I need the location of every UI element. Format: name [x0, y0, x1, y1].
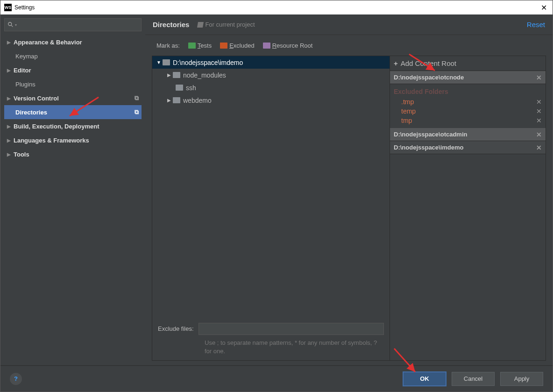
- sidebar-item-label: Languages & Frameworks: [14, 137, 89, 144]
- sidebar-item-tools[interactable]: ▶Tools: [4, 147, 142, 161]
- titlebar: WS Settings ✕: [0, 0, 553, 14]
- sidebar-item-plugins[interactable]: Plugins: [4, 77, 142, 91]
- sidebar-item-label: Directories: [15, 109, 47, 116]
- copy-icon: ⧉: [135, 108, 139, 116]
- exclude-files-input[interactable]: [199, 323, 384, 335]
- dir-row[interactable]: ▶webdemo: [152, 94, 390, 107]
- sidebar-item-languages[interactable]: ▶Languages & Frameworks: [4, 133, 142, 147]
- tag-icon: [197, 22, 204, 28]
- chevron-right-icon: ▶: [165, 72, 173, 78]
- settings-tree: ▶Appearance & Behavior Keymap ▶Editor Pl…: [4, 35, 142, 362]
- sidebar-item-keymap[interactable]: Keymap: [4, 49, 142, 63]
- breadcrumb: Directories: [153, 21, 189, 29]
- resource-folder-icon: [263, 43, 270, 49]
- sidebar-item-label: Plugins: [15, 81, 35, 88]
- dialog-footer: ? OK Cancel Apply: [0, 365, 553, 392]
- dir-label: D:\nodejsspace\imdemo: [173, 59, 243, 66]
- dir-label: ssh: [186, 84, 196, 92]
- window-title: Settings: [14, 4, 539, 11]
- sidebar-item-appearance[interactable]: ▶Appearance & Behavior: [4, 35, 142, 49]
- mark-tests-button[interactable]: Tests: [188, 42, 212, 49]
- excluded-folders-label: Excluded Folders: [394, 86, 542, 97]
- folder-icon: [163, 59, 170, 65]
- sidebar-item-build[interactable]: ▶Build, Execution, Deployment: [4, 119, 142, 133]
- close-icon[interactable]: ✕: [539, 3, 549, 12]
- excluded-folder-item[interactable]: .tmp✕: [394, 97, 542, 107]
- folder-icon: [173, 72, 180, 78]
- help-button[interactable]: ?: [10, 373, 22, 385]
- excluded-folder-item[interactable]: temp✕: [394, 107, 542, 116]
- main-panel: Directories For current project Reset Ma…: [145, 14, 553, 365]
- sidebar-item-label: Tools: [14, 151, 29, 158]
- svg-point-0: [8, 22, 12, 26]
- root-path: D:\nodejsspace\otcadmin: [394, 131, 467, 138]
- sidebar-item-directories[interactable]: Directories⧉: [4, 105, 142, 119]
- svg-line-1: [11, 25, 13, 27]
- sidebar-item-label: Appearance & Behavior: [14, 39, 82, 46]
- content-roots-panel: +Add Content Root D:\nodejsspace\otcnode…: [390, 56, 546, 360]
- content-root-header[interactable]: D:\nodejsspace\otcnode✕: [390, 71, 546, 84]
- sidebar-item-label: Editor: [14, 67, 31, 74]
- exclude-label: Exclude files:: [158, 325, 194, 332]
- folder-icon: [176, 85, 183, 91]
- sidebar-item-editor[interactable]: ▶Editor: [4, 63, 142, 77]
- sidebar-item-label: Version Control: [14, 95, 59, 102]
- root-path: D:\nodejsspace\otcnode: [394, 74, 464, 81]
- dir-row[interactable]: ▶node_modules: [152, 69, 390, 81]
- content-root-header[interactable]: D:\nodejsspace\otcadmin✕: [390, 128, 546, 141]
- chevron-right-icon: ▶: [165, 98, 173, 103]
- project-scope-tag: For current project: [198, 21, 255, 28]
- remove-root-icon[interactable]: ✕: [536, 74, 542, 81]
- add-content-root-button[interactable]: +Add Content Root: [390, 56, 546, 71]
- mark-excluded-button[interactable]: Excluded: [220, 42, 254, 49]
- copy-icon: ⧉: [135, 94, 139, 102]
- add-root-label: Add Content Root: [401, 59, 456, 67]
- mark-label: Mark as:: [156, 42, 180, 49]
- app-logo: WS: [4, 4, 12, 11]
- ok-button[interactable]: OK: [403, 372, 446, 386]
- apply-button[interactable]: Apply: [500, 372, 543, 386]
- sidebar: ▾ ▶Appearance & Behavior Keymap ▶Editor …: [0, 14, 145, 365]
- remove-icon[interactable]: ✕: [536, 107, 542, 115]
- excluded-folder-icon: [220, 43, 227, 49]
- cancel-button[interactable]: Cancel: [452, 372, 495, 386]
- chevron-down-icon: ▾: [15, 23, 17, 27]
- exclude-hint: Use ; to separate name patterns, * for a…: [205, 339, 384, 356]
- remove-root-icon[interactable]: ✕: [536, 144, 542, 151]
- plus-icon: +: [394, 59, 398, 67]
- directory-tree: ▼D:\nodejsspace\imdemo ▶node_modules ssh…: [152, 56, 390, 360]
- sidebar-item-label: Keymap: [15, 53, 38, 60]
- dir-row[interactable]: ssh: [152, 81, 390, 94]
- dir-label: webdemo: [183, 97, 212, 104]
- reset-link[interactable]: Reset: [527, 21, 545, 29]
- excluded-folder-item[interactable]: tmp✕: [394, 116, 542, 125]
- sidebar-item-version-control[interactable]: ▶Version Control⧉: [4, 91, 142, 105]
- content-root-header[interactable]: D:\nodejsspace\imdemo✕: [390, 141, 546, 154]
- remove-root-icon[interactable]: ✕: [536, 131, 542, 138]
- search-input[interactable]: ▾: [4, 18, 142, 31]
- tests-folder-icon: [188, 43, 196, 49]
- folder-icon: [173, 97, 180, 103]
- sidebar-item-label: Build, Execution, Deployment: [14, 123, 99, 130]
- mark-resource-button[interactable]: Resource Root: [263, 42, 313, 49]
- search-icon: [7, 21, 14, 28]
- chevron-down-icon: ▼: [155, 60, 163, 65]
- remove-icon[interactable]: ✕: [536, 98, 542, 106]
- dir-label: node_modules: [183, 71, 226, 79]
- mark-as-row: Mark as: Tests Excluded Resource Root: [145, 35, 553, 56]
- dir-row-root[interactable]: ▼D:\nodejsspace\imdemo: [152, 56, 390, 69]
- remove-icon[interactable]: ✕: [536, 117, 542, 124]
- root-path: D:\nodejsspace\imdemo: [394, 144, 464, 151]
